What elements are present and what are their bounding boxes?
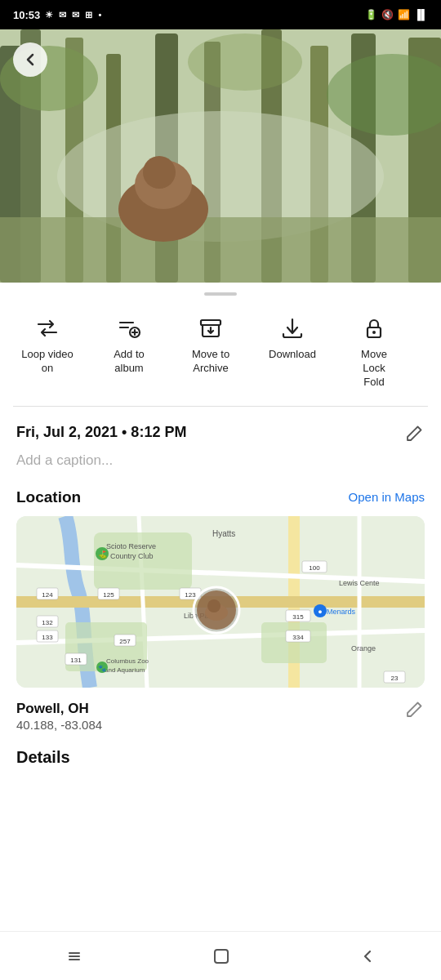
svg-rect-80 xyxy=(69,956,80,957)
open-in-maps-button[interactable]: Open in Maps xyxy=(349,490,425,504)
actions-row: Loop videoon Add toalbum M xyxy=(0,309,441,406)
battery-icon: 🔋 xyxy=(365,9,377,20)
svg-text:🐾: 🐾 xyxy=(98,664,106,672)
status-right: 🔋 🔇 📶 ▐▌ xyxy=(365,9,428,20)
svg-text:Orange: Orange xyxy=(351,644,376,653)
info-section: Fri, Jul 2, 2021 • 8:12 PM Add a caption… xyxy=(0,407,441,733)
bottom-sheet: Loop videoon Add toalbum M xyxy=(0,283,441,783)
svg-text:Lewis Cente: Lewis Cente xyxy=(339,579,380,587)
drag-handle xyxy=(204,292,237,296)
svg-point-22 xyxy=(188,33,302,91)
loop-icon xyxy=(34,315,60,341)
svg-text:125: 125 xyxy=(103,591,114,599)
date-time: Fri, Jul 2, 2021 • 8:12 PM xyxy=(16,424,186,441)
time: 10:53 xyxy=(13,9,40,21)
status-bar: 10:53 ☀ ✉ ✉ ⊞ • 🔋 🔇 📶 ▐▌ xyxy=(0,0,441,29)
svg-text:132: 132 xyxy=(42,619,53,626)
photo-container xyxy=(0,29,441,283)
add-to-album-label: Add toalbum xyxy=(114,348,145,376)
move-lock-fold-label: MoveLockFold xyxy=(361,348,387,390)
back-button[interactable] xyxy=(13,42,47,77)
svg-text:Scioto Reserve: Scioto Reserve xyxy=(106,542,156,550)
action-move-to-archive[interactable]: Move toArchive xyxy=(170,309,252,396)
svg-rect-81 xyxy=(69,959,80,960)
caption-input[interactable]: Add a caption... xyxy=(16,452,425,469)
nav-back-button[interactable] xyxy=(357,946,378,967)
nav-menu-button[interactable] xyxy=(63,945,86,968)
svg-text:124: 124 xyxy=(42,591,53,599)
action-add-to-album[interactable]: Add toalbum xyxy=(88,309,170,396)
svg-point-78 xyxy=(207,599,220,612)
download-label: Download xyxy=(269,348,316,362)
svg-text:and Aquarium: and Aquarium xyxy=(105,666,145,674)
location-detail: Powell, OH 40.188, -83.084 xyxy=(16,699,425,733)
svg-rect-35 xyxy=(94,532,192,590)
svg-text:123: 123 xyxy=(185,591,196,599)
add-to-album-icon xyxy=(116,315,142,341)
location-city: Powell, OH xyxy=(16,699,102,719)
edit-location-button[interactable] xyxy=(405,699,425,719)
svg-text:Menards: Menards xyxy=(327,608,356,616)
svg-rect-36 xyxy=(261,622,327,663)
details-section-title: Details xyxy=(0,748,441,783)
map-container[interactable]: 124 132 133 125 257 123 315 334 100 131 xyxy=(16,516,425,688)
svg-text:133: 133 xyxy=(42,634,53,641)
action-move-lock-fold[interactable]: MoveLockFold xyxy=(333,309,415,396)
archive-icon xyxy=(198,315,224,341)
svg-text:●: ● xyxy=(318,608,322,616)
svg-text:131: 131 xyxy=(70,657,82,664)
svg-text:257: 257 xyxy=(119,638,131,645)
location-text: Powell, OH 40.188, -83.084 xyxy=(16,699,102,733)
svg-text:23: 23 xyxy=(391,675,399,682)
location-title: Location xyxy=(16,488,81,506)
svg-rect-13 xyxy=(0,217,441,283)
status-icons: ☀ ✉ ✉ ⊞ • xyxy=(45,10,103,20)
lock-icon xyxy=(361,315,387,341)
back-arrow-icon xyxy=(22,51,38,68)
date-row: Fri, Jul 2, 2021 • 8:12 PM xyxy=(16,423,425,443)
svg-text:Hyatts: Hyatts xyxy=(212,529,235,538)
map-svg: 124 132 133 125 257 123 315 334 100 131 xyxy=(16,516,425,688)
mute-icon: 🔇 xyxy=(381,9,394,20)
action-download[interactable]: Download xyxy=(252,309,333,396)
location-coords: 40.188, -83.084 xyxy=(16,718,102,732)
svg-text:334: 334 xyxy=(292,634,304,641)
move-to-archive-label: Move toArchive xyxy=(192,348,229,376)
photo-svg xyxy=(0,29,441,283)
action-loop-video[interactable]: Loop videoon xyxy=(7,309,88,396)
svg-text:100: 100 xyxy=(309,564,320,572)
svg-point-26 xyxy=(372,331,376,334)
svg-point-16 xyxy=(143,156,176,189)
svg-rect-24 xyxy=(201,320,220,325)
download-icon xyxy=(279,315,305,341)
wifi-icon: 📶 xyxy=(398,9,410,20)
svg-rect-82 xyxy=(215,950,228,963)
nav-home-button[interactable] xyxy=(211,946,232,967)
location-header: Location Open in Maps xyxy=(16,488,425,506)
edit-date-button[interactable] xyxy=(405,423,425,443)
nav-bar xyxy=(0,931,441,980)
status-left: 10:53 ☀ ✉ ✉ ⊞ • xyxy=(13,9,103,21)
svg-rect-79 xyxy=(69,952,80,954)
signal-icon: ▐▌ xyxy=(414,9,428,20)
loop-video-label: Loop videoon xyxy=(21,348,74,376)
svg-text:⛳: ⛳ xyxy=(98,550,108,559)
svg-text:Columbus Zoo: Columbus Zoo xyxy=(106,657,149,665)
svg-text:315: 315 xyxy=(292,613,304,621)
svg-text:Country Club: Country Club xyxy=(110,552,154,560)
